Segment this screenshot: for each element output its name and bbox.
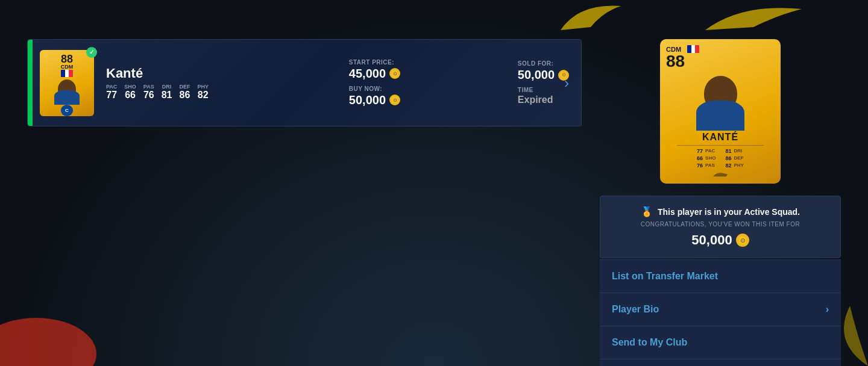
stat-pac-value: 77 — [106, 90, 117, 101]
big-card-player-image — [681, 70, 760, 131]
list-transfer-market-button[interactable]: List on Transfer Market — [600, 259, 841, 293]
sold-for-amount: 50,000 — [518, 68, 555, 82]
swoosh-right-icon — [699, 0, 808, 36]
big-player-card: CDM 88 KANTÉ 77 PAC 66 — [660, 39, 781, 184]
sold-for-row: SOLD FOR: 50,000 ⊙ — [518, 60, 569, 82]
big-card-divider — [677, 145, 764, 146]
start-price-value: 45,000 ⊙ — [349, 67, 470, 81]
big-card-header: CDM 88 — [666, 45, 775, 70]
start-price-amount: 45,000 — [349, 67, 386, 81]
time-value: Expired — [518, 95, 569, 105]
stat-def: DEF 86 — [180, 84, 190, 101]
notice-title: This player is in your Active Squad. — [658, 207, 800, 217]
stat-dri-label: DRI — [162, 84, 172, 90]
big-stat-dri: 81 DRI — [725, 148, 743, 154]
stat-sho: SHO 66 — [124, 84, 136, 101]
send-my-club-label: Send to My Club — [612, 337, 687, 348]
player-card-mini: ✓ 88 CDM C — [40, 50, 94, 116]
big-stat-dri-lbl: DRI — [734, 148, 742, 154]
stat-dri-value: 81 — [162, 90, 172, 101]
right-panel: CDM 88 KANTÉ 77 PAC 66 — [600, 39, 841, 366]
stat-phy-value: 82 — [198, 90, 209, 101]
pricing-section: START PRICE: 45,000 ⊙ BUY NOW: 50,000 ⊙ — [349, 59, 470, 107]
notice-header: 🏅 This player is in your Active Squad. — [612, 206, 828, 217]
stat-def-label: DEF — [180, 84, 190, 90]
stat-pac: PAC 77 — [106, 84, 117, 101]
notice-subtitle: CONGRATULATIONS, YOU'VE WON THIS ITEM FO… — [612, 221, 828, 228]
mini-card-player-image — [51, 77, 84, 105]
big-stat-pac-val: 77 — [697, 148, 703, 154]
list-transfer-market-label: List on Transfer Market — [612, 271, 718, 282]
stat-sho-label: SHO — [124, 84, 136, 90]
notice-price: 50,000 ⊙ — [612, 232, 828, 248]
big-card-rating: 88 — [666, 53, 685, 70]
active-squad-notice: 🏅 This player is in your Active Squad. C… — [600, 196, 841, 258]
big-card-name: KANTÉ — [702, 132, 738, 143]
action-buttons: List on Transfer Market Player Bio › Sen… — [600, 259, 841, 366]
big-card-stats: 77 PAC 66 SHO 76 PAS 81 DRI 86 — [697, 148, 744, 169]
big-stat-dri-val: 81 — [725, 148, 731, 154]
stat-pas-label: PAS — [143, 84, 154, 90]
stat-phy-label: PHY — [198, 84, 209, 90]
big-stat-def-lbl: DEF — [734, 155, 743, 161]
stat-def-value: 86 — [180, 90, 190, 101]
big-stat-phy-lbl: PHY — [734, 163, 743, 168]
sold-for-label: SOLD FOR: — [518, 60, 569, 67]
big-stat-def: 86 DEF — [725, 155, 743, 161]
big-stat-sho-val: 66 — [697, 155, 703, 161]
boot-icon — [711, 171, 729, 178]
big-stat-pac: 77 PAC — [697, 148, 715, 154]
green-stripe — [28, 40, 33, 126]
big-stat-pas-val: 76 — [697, 163, 703, 169]
checkmark-badge: ✓ — [86, 47, 97, 58]
buy-now-label: BUY NOW: — [349, 85, 470, 92]
svg-point-0 — [0, 318, 96, 366]
sold-section: SOLD FOR: 50,000 ⊙ TIME Expired — [518, 60, 569, 105]
stat-sho-value: 66 — [125, 90, 136, 101]
big-stat-col-left: 77 PAC 66 SHO 76 PAS — [697, 148, 715, 169]
stat-pas-value: 76 — [143, 90, 154, 101]
player-name-row: Kanté — [106, 66, 313, 81]
big-stat-sho-lbl: SHO — [705, 155, 715, 161]
mini-card-position: CDM — [61, 64, 74, 70]
big-card-flag — [687, 45, 699, 53]
time-row: TIME Expired — [518, 87, 569, 105]
player-listing-card: ✓ 88 CDM C Kanté PAC 77 SHO 66 — [27, 39, 582, 126]
player-bio-chevron-icon: › — [826, 304, 829, 315]
notice-coin-icon: ⊙ — [736, 234, 749, 247]
big-stat-pac-lbl: PAC — [705, 148, 715, 154]
buy-now-row: BUY NOW: 50,000 ⊙ — [349, 85, 470, 107]
stat-dri: DRI 81 — [162, 84, 172, 101]
notice-price-amount: 50,000 — [691, 232, 732, 248]
big-stat-pas-lbl: PAS — [705, 163, 715, 168]
big-stat-col-right: 81 DRI 86 DEF 82 PHY — [725, 148, 743, 169]
stat-phy: PHY 82 — [198, 84, 209, 101]
mini-card-club-logo: C — [61, 105, 73, 116]
buy-now-coin-icon: ⊙ — [389, 95, 400, 105]
start-price-coin-icon: ⊙ — [389, 68, 400, 79]
time-label: TIME — [518, 87, 569, 93]
player-bio-label: Player Bio — [612, 304, 659, 315]
mini-card-rating: 88 — [61, 54, 73, 64]
send-transfer-list-button[interactable]: Send to Transfer List — [600, 359, 841, 366]
swoosh-left-icon — [555, 0, 627, 36]
stat-pac-label: PAC — [106, 84, 117, 90]
player-name: Kanté — [106, 66, 143, 81]
send-my-club-button[interactable]: Send to My Club — [600, 326, 841, 359]
shield-icon: 🏅 — [641, 206, 653, 217]
big-stat-phy-val: 82 — [725, 163, 731, 169]
big-stat-pas: 76 PAS — [697, 163, 715, 169]
big-stat-phy: 82 PHY — [725, 163, 743, 169]
player-info: Kanté PAC 77 SHO 66 PAS 76 DRI 81 DEF 86 — [106, 66, 313, 101]
start-price-label: START PRICE: — [349, 59, 470, 66]
sold-for-value: 50,000 ⊙ — [518, 68, 569, 82]
start-price-row: START PRICE: 45,000 ⊙ — [349, 59, 470, 81]
bottom-left-decoration — [0, 294, 121, 366]
big-stat-def-val: 86 — [725, 155, 731, 161]
france-flag — [61, 70, 73, 77]
listing-chevron-icon[interactable]: › — [564, 75, 569, 92]
buy-now-value: 50,000 ⊙ — [349, 93, 470, 107]
stat-pas: PAS 76 — [143, 84, 154, 101]
player-bio-button[interactable]: Player Bio › — [600, 293, 841, 326]
big-stat-sho: 66 SHO — [697, 155, 715, 161]
